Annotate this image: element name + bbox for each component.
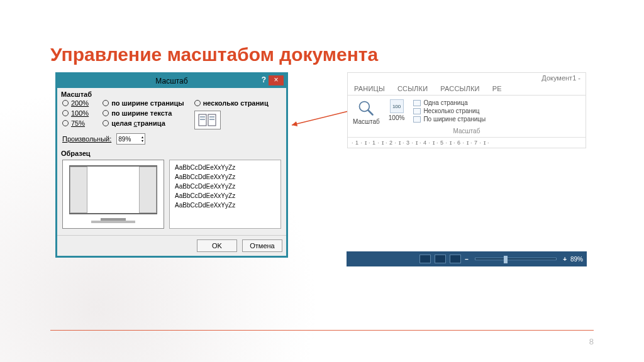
tab-pages[interactable]: РАНИЦЫ	[348, 83, 391, 95]
ribbon-fragment: Документ1 - РАНИЦЫ ССЫЛКИ РАССЫЛКИ РЕ Ма…	[347, 72, 586, 148]
zoom-button[interactable]: Масштаб	[353, 99, 380, 125]
ruler: · 1 · ɪ · 1 · ɪ · 2 · ɪ · 3 · ɪ · 4 · ɪ …	[348, 137, 586, 148]
group-sample-label: Образец	[57, 147, 286, 157]
svg-rect-2	[200, 116, 205, 118]
radio-many-pages[interactable]: несколько страниц	[194, 99, 269, 107]
svg-rect-5	[209, 119, 214, 120]
ribbon-tabs: РАНИЦЫ ССЫЛКИ РАССЫЛКИ РЕ	[348, 83, 586, 96]
magnifier-icon	[357, 99, 375, 117]
slide-title: Управление масштабом документа	[50, 44, 378, 65]
help-icon[interactable]: ?	[262, 75, 266, 84]
view-mode-icon-3[interactable]	[450, 255, 461, 263]
opt-many-pages[interactable]: Несколько страниц	[413, 107, 486, 114]
zoom-100-button[interactable]: 100 100%	[389, 99, 405, 121]
radio-100[interactable]: 100%	[62, 109, 89, 117]
many-pages-icon[interactable]	[194, 111, 221, 129]
ok-button[interactable]: OK	[197, 239, 237, 252]
dialog-title: Масштаб	[155, 77, 187, 85]
radio-whole-page[interactable]: целая страница	[103, 119, 184, 127]
opt-one-page[interactable]: Одна страница	[413, 99, 486, 106]
cancel-button[interactable]: Отмена	[242, 239, 282, 252]
arbitrary-spinner[interactable]: 89% ▴▾	[116, 133, 145, 145]
view-mode-icon-1[interactable]	[419, 255, 431, 263]
footer-divider	[50, 330, 594, 331]
hundred-percent-icon: 100	[390, 99, 404, 113]
radio-page-width[interactable]: по ширине страницы	[103, 99, 184, 107]
preview-monitor	[62, 160, 164, 229]
svg-rect-4	[209, 116, 214, 118]
radio-text-width[interactable]: по ширине текста	[103, 109, 184, 117]
zoom-slider[interactable]	[475, 258, 557, 260]
document-title: Документ1 -	[348, 73, 586, 83]
page-width-icon	[413, 116, 421, 123]
close-icon[interactable]: ×	[269, 75, 284, 85]
svg-line-8	[369, 111, 373, 115]
view-mode-icon-2[interactable]	[435, 255, 446, 263]
arbitrary-label: Произвольный:	[62, 135, 111, 143]
group-scale-label: Масштаб	[57, 88, 286, 98]
tab-links[interactable]: ССЫЛКИ	[391, 83, 434, 95]
zoom-in-button[interactable]: +	[563, 256, 567, 263]
zoom-out-button[interactable]: −	[465, 256, 469, 263]
ribbon-group-label: Масштаб	[348, 126, 586, 137]
one-page-icon	[413, 100, 421, 106]
dialog-titlebar[interactable]: Масштаб ? ×	[57, 74, 286, 88]
opt-page-width[interactable]: По ширине страницы	[413, 116, 486, 123]
svg-rect-3	[200, 119, 205, 120]
zoom-dialog: Масштаб ? × Масштаб 200% 100% 75% по шир…	[55, 72, 288, 258]
status-bar: − + 89%	[347, 251, 587, 266]
page-number: 8	[589, 337, 594, 346]
many-pages-icon-small	[413, 108, 421, 114]
radio-75[interactable]: 75%	[62, 119, 89, 127]
zoom-percent[interactable]: 89%	[570, 256, 583, 263]
arbitrary-value: 89%	[118, 136, 131, 143]
tab-review[interactable]: РЕ	[486, 83, 508, 95]
sample-text-box: AaBbCcDdEeXxYyZz AaBbCcDdEeXxYyZz AaBbCc…	[169, 160, 281, 229]
radio-200[interactable]: 200%	[62, 99, 89, 107]
tab-mailings[interactable]: РАССЫЛКИ	[434, 83, 486, 95]
